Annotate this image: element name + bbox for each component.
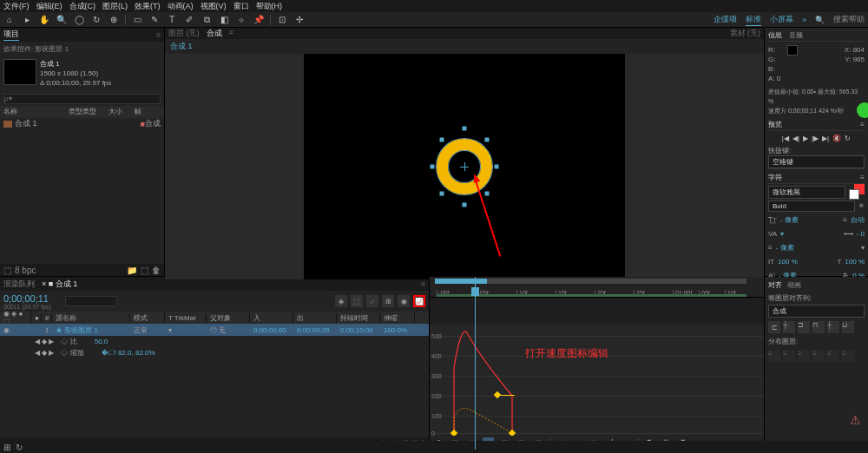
puppet-tool-icon[interactable]: 📌	[253, 14, 265, 26]
tab-effects[interactable]: 效果控件: 形状图层 1	[3, 44, 69, 54]
loop-icon[interactable]: ↻	[845, 135, 851, 142]
kerning-value[interactable]: ▾	[780, 230, 784, 238]
layer-row-1[interactable]: ◉ 1 ★ 形状图层 1 正常 ▾ ◎ 无 0;00;00;00 0;00;09…	[0, 324, 429, 336]
prev-frame-icon[interactable]: ◀|	[792, 135, 799, 142]
last-frame-icon[interactable]: ▶|	[822, 135, 829, 142]
workspace-small[interactable]: 小屏幕	[770, 14, 793, 25]
speed-graph[interactable]: 500 400 300 200 100 0 打开速度图标编辑	[430, 325, 764, 436]
comp-flowchart-icon[interactable]: ◈	[335, 295, 347, 307]
font-size-value[interactable]: - 像素	[780, 215, 799, 225]
menu-comp[interactable]: 合成(C)	[69, 1, 96, 12]
delete-icon[interactable]: 🗑	[152, 266, 161, 275]
menu-edit[interactable]: 编辑(E)	[36, 1, 62, 12]
viewer-tab-comp[interactable]: 合成	[207, 28, 222, 39]
rotate-tool-icon[interactable]: ↻	[90, 14, 102, 26]
property-row-1[interactable]: ◀ ◆ ▶ ◇ 比 50.0	[0, 336, 429, 347]
frameblend-icon[interactable]: ⊞	[382, 295, 394, 307]
graph-editor-panel[interactable]: :00f 05f 10f 15f 20f 25f 01:00f 05f 10f …	[430, 277, 764, 450]
fill-stroke-swatch[interactable]	[849, 184, 865, 200]
tab-audio[interactable]: 音频	[789, 30, 803, 40]
interpret-icon[interactable]: ⬚	[3, 266, 11, 275]
project-search-input[interactable]	[3, 94, 161, 104]
font-weight-dropdown[interactable]: Bold	[768, 200, 855, 212]
tab-preview[interactable]: 预览	[768, 120, 782, 129]
zoom-tool-icon[interactable]: 🔍	[56, 14, 68, 26]
align-vcenter-icon[interactable]: ┼	[827, 321, 839, 333]
workspace-standard[interactable]: 标准	[746, 14, 761, 26]
play-icon[interactable]: ▶	[803, 135, 808, 142]
viewer-tab-footage[interactable]: 素材 (无)	[730, 28, 761, 39]
shape-tool-icon[interactable]: ▭	[131, 14, 143, 26]
orbit-tool-icon[interactable]: ◯	[73, 14, 85, 26]
text-tool-icon[interactable]: T	[166, 14, 178, 26]
shortcut-dropdown[interactable]: 空格键	[768, 155, 865, 168]
viewer-comp-name[interactable]: 合成 1	[170, 42, 193, 50]
align-top-icon[interactable]: ⊓	[812, 321, 825, 333]
status-icon-2[interactable]: ↻	[16, 443, 23, 452]
next-frame-icon[interactable]: |▶	[812, 135, 819, 142]
shy-icon[interactable]: ⟋	[366, 295, 378, 307]
clone-tool-icon[interactable]: ⧉	[201, 14, 213, 26]
snap-icon[interactable]: ⊡	[276, 14, 288, 26]
viewer-canvas-area[interactable]	[165, 54, 764, 279]
playhead[interactable]	[475, 277, 476, 450]
pen-tool-icon[interactable]: ✎	[148, 14, 161, 26]
align-right-icon[interactable]: ⊐	[798, 321, 810, 333]
menu-anim[interactable]: 动画(A)	[168, 1, 194, 12]
work-area-bar[interactable]	[437, 294, 746, 297]
tab-align[interactable]: 对齐	[768, 280, 782, 290]
menu-view[interactable]: 视图(V)	[201, 1, 227, 12]
leading-value[interactable]: 自动	[851, 215, 865, 225]
workspace-cache[interactable]: 企缓项	[713, 14, 737, 25]
first-frame-icon[interactable]: |◀	[782, 135, 789, 142]
new-comp-icon[interactable]: ⬚	[141, 266, 148, 275]
graph-editor-button[interactable]: 📈	[413, 295, 425, 307]
anchor-tool-icon[interactable]: ⊕	[108, 14, 120, 26]
tracking-value[interactable]: - 0	[857, 230, 865, 238]
home-icon[interactable]: ⌂	[3, 14, 16, 26]
eraser-tool-icon[interactable]: ◧	[218, 14, 230, 26]
align-hcenter-icon[interactable]: ┼	[783, 321, 795, 333]
menu-help[interactable]: 帮助(H)	[256, 1, 283, 12]
stroke-style-dropdown[interactable]: ▾	[861, 244, 865, 252]
status-icon-1[interactable]: ⊞	[3, 443, 10, 452]
timeline-search-input[interactable]	[65, 296, 117, 306]
property-row-2[interactable]: ◀ ◆ ▶ ◇ 缩放 �ো 82.0, 82.0%	[0, 347, 429, 358]
workspace-more-icon[interactable]: »	[802, 16, 806, 24]
align-left-icon[interactable]: ⊏	[768, 321, 780, 333]
composition-canvas[interactable]	[304, 54, 625, 279]
tab-character[interactable]: 字符	[768, 173, 782, 182]
hscale-value[interactable]: 100 %	[845, 258, 865, 266]
tab-info[interactable]: 信息	[768, 30, 782, 40]
align-bottom-icon[interactable]: ⊔	[842, 321, 854, 333]
stroke-width-value[interactable]: - 像素	[776, 243, 794, 253]
roto-tool-icon[interactable]: ⟐	[235, 14, 247, 26]
tab-render-queue[interactable]: 渲染队列	[3, 279, 35, 290]
hand-tool-icon[interactable]: ✋	[38, 14, 50, 26]
brush-tool-icon[interactable]: ✐	[183, 14, 195, 26]
align-to-dropdown[interactable]: 合成	[768, 305, 865, 318]
menu-effect[interactable]: 效果(T)	[135, 1, 161, 12]
font-family-dropdown[interactable]: 微软雅黑	[768, 186, 845, 199]
selection-tool-icon[interactable]: ▸	[21, 14, 33, 26]
new-folder-icon[interactable]: 📁	[127, 266, 137, 275]
menu-layer[interactable]: 图层(L)	[102, 1, 128, 12]
draft3d-icon[interactable]: ⬚	[351, 295, 363, 307]
current-timecode[interactable]: 0;00;00;11	[3, 293, 51, 304]
menu-window[interactable]: 窗口	[233, 1, 249, 12]
mode-icon[interactable]: ✢	[293, 14, 306, 26]
bpc-button[interactable]: 8 bpc	[15, 266, 36, 275]
mute-icon[interactable]: 🔇	[832, 135, 841, 142]
eyedropper-icon[interactable]: ⚹	[858, 201, 865, 210]
viewer-tab-layer[interactable]: 图层 (无)	[168, 28, 200, 39]
tab-project[interactable]: 项目	[3, 29, 19, 41]
menu-file[interactable]: 文件(F)	[3, 1, 30, 12]
search-icon[interactable]: 🔍	[815, 16, 825, 24]
motionblur-icon[interactable]: ◉	[398, 295, 410, 307]
project-row-comp1[interactable]: 合成 1 ■ 合成	[0, 118, 164, 130]
vscale-value[interactable]: 100 %	[778, 258, 798, 266]
search-help[interactable]: 搜索帮助	[833, 14, 865, 25]
tab-timeline-comp[interactable]: × ■ 合成 1	[42, 279, 77, 290]
tab-anim[interactable]: 动画	[787, 280, 801, 290]
warning-icon[interactable]: ⚠	[850, 413, 861, 427]
